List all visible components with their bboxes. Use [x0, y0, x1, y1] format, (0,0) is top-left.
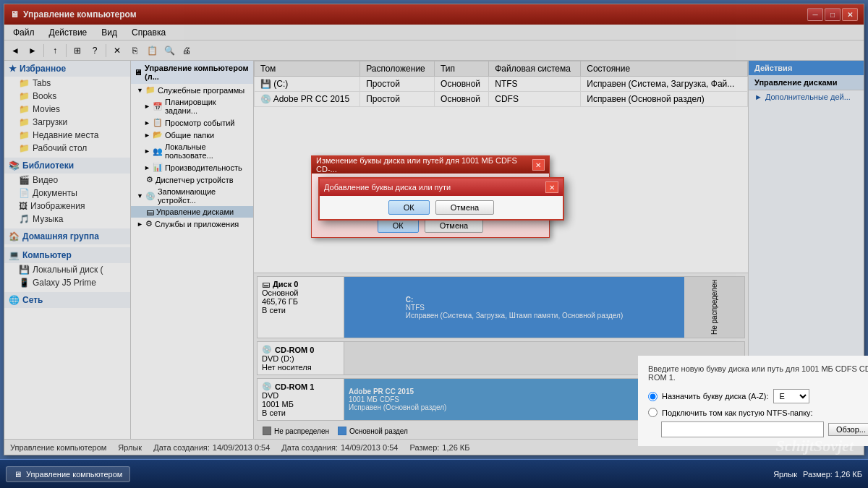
- taskbar: 🖥 Управление компьютером Ярлык Размер: 1…: [0, 459, 868, 488]
- dialog-bg-title-bar: Изменение буквы диска или путей для 1001…: [312, 156, 549, 174]
- dialog-fg-intro: Введите новую букву диска или путь для 1…: [648, 364, 868, 382]
- ntfs-input-row: Обзор...: [648, 421, 868, 437]
- dialog-fg-title-bar: Добавление буквы диска или пути ✕: [320, 179, 563, 196]
- radio-row-2: Подключить том как пустую NTFS-папку:: [648, 408, 868, 417]
- radio-assign-letter[interactable]: [648, 392, 658, 401]
- dialog-fg-cancel-button[interactable]: Отмена: [435, 200, 494, 215]
- dialog-fg-title: Добавление буквы диска или пути: [324, 183, 451, 192]
- dialog-fg: Добавление буквы диска или пути ✕ Введит…: [318, 177, 564, 221]
- radio-row-1: Назначить букву диска (A-Z): E: [648, 389, 868, 403]
- browse-button[interactable]: Обзор...: [828, 423, 868, 436]
- dialog-fg-close-button[interactable]: ✕: [545, 181, 558, 193]
- dialog-fg-content: Введите новую букву диска или путь для 1…: [638, 356, 868, 446]
- drive-letter-select[interactable]: E: [773, 389, 809, 403]
- taskbar-compmgmt-icon: 🖥: [14, 470, 22, 479]
- radio-assign-letter-label: Назначить букву диска (A-Z):: [662, 392, 769, 401]
- taskbar-compmgmt-label: Управление компьютером: [26, 470, 122, 479]
- taskbar-right: Ярлык Размер: 1,26 КБ: [773, 470, 862, 479]
- dialog-bg-close-button[interactable]: ✕: [532, 159, 545, 171]
- taskbar-item-compmgmt[interactable]: 🖥 Управление компьютером: [6, 466, 130, 482]
- dialog-bg-cancel-button[interactable]: Отмена: [425, 218, 483, 233]
- dialog-bg-ok-button[interactable]: ОК: [378, 218, 419, 233]
- taskbar-size-label: Размер: 1,26 КБ: [803, 470, 862, 479]
- dialog-bg-title: Изменение буквы диска или путей для 1001…: [316, 156, 532, 174]
- radio-mount-folder[interactable]: [648, 408, 658, 417]
- dialog-fg-buttons: ОК Отмена: [320, 196, 563, 219]
- watermark: SchijtSovjet: [775, 437, 854, 455]
- dialog-fg-ok-button[interactable]: ОК: [388, 200, 430, 215]
- radio-mount-folder-label: Подключить том как пустую NTFS-папку:: [662, 408, 813, 417]
- taskbar-type-label: Ярлык: [773, 470, 797, 479]
- ntfs-path-input[interactable]: [661, 421, 824, 437]
